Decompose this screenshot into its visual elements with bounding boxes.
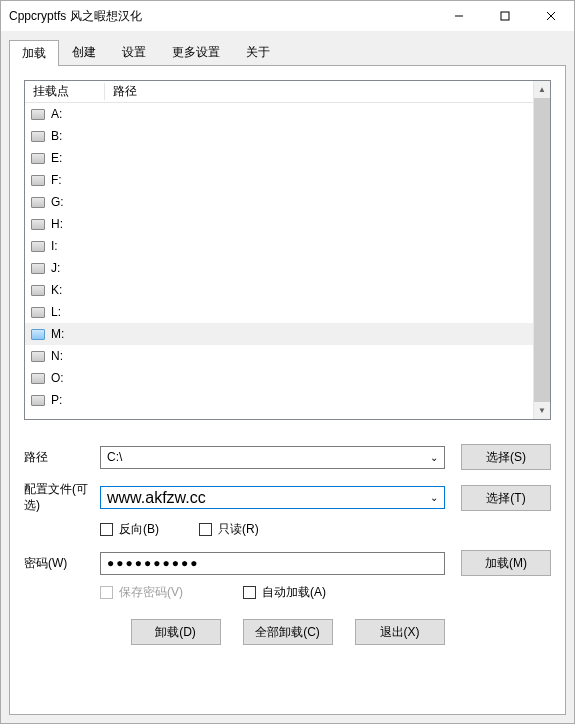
- password-label: 密码(W): [24, 555, 100, 572]
- drive-label: G:: [51, 195, 64, 209]
- row-path: 路径 C:\ ⌄ 选择(S): [24, 444, 551, 470]
- scroll-up-icon[interactable]: ▲: [534, 81, 550, 98]
- drive-item[interactable]: H:: [25, 213, 533, 235]
- exit-button[interactable]: 退出(X): [355, 619, 445, 645]
- config-combobox[interactable]: www.akfzw.cc ⌄: [100, 486, 445, 509]
- drive-item[interactable]: K:: [25, 279, 533, 301]
- row-extra-options: 保存密码(V) 自动加载(A): [24, 584, 551, 601]
- tab-2[interactable]: 设置: [109, 39, 159, 65]
- drive-label: H:: [51, 217, 63, 231]
- drive-item[interactable]: O:: [25, 367, 533, 389]
- drive-icon: [31, 219, 45, 230]
- select-config-button[interactable]: 选择(T): [461, 485, 551, 511]
- scrollbar[interactable]: ▲ ▼: [533, 81, 550, 419]
- tab-0[interactable]: 加载: [9, 40, 59, 66]
- tab-panel-mount: 挂载点 路径 A:B:E:F:G:H:I:J:K:L:M:N:O:P: ▲ ▼ …: [9, 65, 566, 715]
- reverse-checkbox[interactable]: 反向(B): [100, 521, 159, 538]
- dismount-all-button[interactable]: 全部卸载(C): [243, 619, 333, 645]
- drive-icon: [31, 109, 45, 120]
- window-title: Cppcryptfs 风之暇想汉化: [9, 8, 436, 25]
- titlebar: Cppcryptfs 风之暇想汉化: [1, 1, 574, 31]
- drive-item[interactable]: N:: [25, 345, 533, 367]
- drive-icon: [31, 131, 45, 142]
- tab-3[interactable]: 更多设置: [159, 39, 233, 65]
- close-button[interactable]: [528, 1, 574, 31]
- row-config: 配置文件(可选) www.akfzw.cc ⌄ 选择(T): [24, 482, 551, 513]
- tab-1[interactable]: 创建: [59, 39, 109, 65]
- drive-listbox: 挂载点 路径 A:B:E:F:G:H:I:J:K:L:M:N:O:P: ▲ ▼: [24, 80, 551, 420]
- drive-label: K:: [51, 283, 62, 297]
- readonly-checkbox[interactable]: 只读(R): [199, 521, 259, 538]
- drive-icon: [31, 197, 45, 208]
- titlebar-buttons: [436, 1, 574, 31]
- checkbox-icon: [199, 523, 212, 536]
- path-value: C:\: [107, 450, 430, 464]
- list-header: 挂载点 路径: [25, 81, 533, 103]
- checkbox-icon: [243, 586, 256, 599]
- drive-icon: [31, 373, 45, 384]
- drive-item[interactable]: B:: [25, 125, 533, 147]
- drive-label: J:: [51, 261, 60, 275]
- readonly-label: 只读(R): [218, 521, 259, 538]
- drive-icon: [31, 241, 45, 252]
- bottom-buttons: 卸载(D) 全部卸载(C) 退出(X): [24, 619, 551, 645]
- svg-rect-1: [501, 12, 509, 20]
- dismount-button[interactable]: 卸载(D): [131, 619, 221, 645]
- path-combobox[interactable]: C:\ ⌄: [100, 446, 445, 469]
- drive-item[interactable]: I:: [25, 235, 533, 257]
- config-value: www.akfzw.cc: [107, 489, 430, 507]
- drive-label: O:: [51, 371, 64, 385]
- reverse-label: 反向(B): [119, 521, 159, 538]
- drive-item[interactable]: L:: [25, 301, 533, 323]
- app-window: Cppcryptfs 风之暇想汉化 加载创建设置更多设置关于 挂载点 路径 A:…: [0, 0, 575, 724]
- minimize-button[interactable]: [436, 1, 482, 31]
- drive-item[interactable]: G:: [25, 191, 533, 213]
- drive-item[interactable]: E:: [25, 147, 533, 169]
- tab-bar: 加载创建设置更多设置关于: [1, 31, 574, 65]
- password-input[interactable]: ●●●●●●●●●●: [100, 552, 445, 575]
- drive-label: B:: [51, 129, 62, 143]
- drive-item[interactable]: A:: [25, 103, 533, 125]
- drive-label: N:: [51, 349, 63, 363]
- drive-icon: [31, 395, 45, 406]
- auto-mount-label: 自动加载(A): [262, 584, 326, 601]
- drive-icon: [31, 285, 45, 296]
- save-password-checkbox: 保存密码(V): [100, 584, 183, 601]
- password-value: ●●●●●●●●●●: [107, 556, 199, 570]
- tab-4[interactable]: 关于: [233, 39, 283, 65]
- col-mount[interactable]: 挂载点: [25, 83, 105, 100]
- drive-items: A:B:E:F:G:H:I:J:K:L:M:N:O:P:: [25, 103, 533, 411]
- drive-label: M:: [51, 327, 64, 341]
- mount-button[interactable]: 加载(M): [461, 550, 551, 576]
- drive-item[interactable]: M:: [25, 323, 533, 345]
- col-path[interactable]: 路径: [105, 83, 533, 100]
- drive-label: F:: [51, 173, 62, 187]
- drive-item[interactable]: F:: [25, 169, 533, 191]
- drive-label: I:: [51, 239, 58, 253]
- drive-label: P:: [51, 393, 62, 407]
- drive-icon: [31, 351, 45, 362]
- chevron-down-icon[interactable]: ⌄: [430, 452, 438, 463]
- auto-mount-checkbox[interactable]: 自动加载(A): [243, 584, 326, 601]
- drive-label: L:: [51, 305, 61, 319]
- drive-item[interactable]: J:: [25, 257, 533, 279]
- scroll-down-icon[interactable]: ▼: [534, 402, 550, 419]
- select-path-button[interactable]: 选择(S): [461, 444, 551, 470]
- row-password: 密码(W) ●●●●●●●●●● 加载(M): [24, 550, 551, 576]
- maximize-button[interactable]: [482, 1, 528, 31]
- drive-icon: [31, 307, 45, 318]
- config-label: 配置文件(可选): [24, 482, 100, 513]
- path-label: 路径: [24, 449, 100, 466]
- drive-list[interactable]: 挂载点 路径 A:B:E:F:G:H:I:J:K:L:M:N:O:P:: [25, 81, 533, 419]
- drive-item[interactable]: P:: [25, 389, 533, 411]
- drive-icon: [31, 153, 45, 164]
- drive-label: A:: [51, 107, 62, 121]
- scroll-thumb[interactable]: [534, 98, 550, 402]
- save-password-label: 保存密码(V): [119, 584, 183, 601]
- form: 路径 C:\ ⌄ 选择(S) 配置文件(可选) www.akfzw.cc ⌄ 选…: [24, 444, 551, 645]
- drive-icon: [31, 263, 45, 274]
- drive-label: E:: [51, 151, 62, 165]
- chevron-down-icon[interactable]: ⌄: [430, 492, 438, 503]
- drive-icon: [31, 329, 45, 340]
- checkbox-icon: [100, 586, 113, 599]
